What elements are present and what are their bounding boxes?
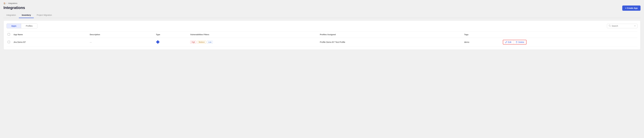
action-btn-group: Edit Delete [503, 40, 526, 44]
page-title: Integrations [4, 6, 25, 10]
table-header-row: App Name Description Type Vulnerabilitie… [6, 32, 638, 38]
breadcrumb: 🏠 > Integrations [4, 2, 640, 4]
toolbar: Apps Profiles × [6, 24, 638, 28]
app-name-cell: Jira Demo B7 [12, 38, 88, 47]
row-checkbox[interactable] [8, 41, 10, 43]
tabs-nav: Integration Inventory Project Migration [4, 12, 640, 18]
edit-button[interactable]: Edit [503, 40, 514, 44]
type-cell [155, 38, 189, 47]
tab-integration[interactable]: Integration [4, 12, 19, 18]
actions-cell: Edit Delete [502, 38, 638, 47]
select-all-checkbox[interactable] [8, 33, 10, 36]
badge-low: Low [207, 41, 213, 44]
delete-button[interactable]: Delete [514, 40, 526, 44]
apps-toggle-button[interactable]: Apps [7, 24, 21, 28]
vuln-filters-cell: High Medium Low [189, 38, 319, 47]
search-input[interactable] [612, 25, 634, 27]
table-container: App Name Description Type Vulnerabilitie… [6, 31, 638, 47]
tab-project-migration[interactable]: Project Migration [34, 12, 55, 18]
col-tags: Tags [463, 32, 502, 38]
col-actions [502, 32, 638, 38]
col-type: Type [155, 32, 189, 38]
tab-inventory[interactable]: Inventory [19, 12, 34, 18]
breadcrumb-current: Integrations [8, 2, 18, 4]
col-profiles-assigned: Profiles Assigned [319, 32, 463, 38]
row-actions: Edit Delete [503, 40, 636, 44]
profiles-assigned-cell: Profile Demo B7 Test Profile [319, 38, 463, 47]
col-app-name: App Name [12, 32, 88, 38]
home-icon[interactable]: 🏠 [4, 2, 6, 4]
col-vuln-filters: Vulnerabilities Filters [189, 32, 319, 38]
diamond-icon [156, 40, 160, 44]
view-toggle-group: Apps Profiles [6, 24, 38, 28]
create-app-button[interactable]: + Create App [622, 6, 640, 11]
delete-icon [516, 41, 518, 43]
breadcrumb-separator: > [6, 2, 8, 4]
description-cell: — [88, 38, 155, 47]
search-clear-button[interactable]: × [634, 25, 636, 27]
tags-cell: demo [463, 38, 502, 47]
edit-label: Edit [508, 41, 512, 43]
svg-line-1 [610, 26, 611, 27]
apps-table: App Name Description Type Vulnerabilitie… [6, 31, 638, 47]
content-area: Apps Profiles × [4, 20, 640, 50]
badge-medium: Medium [197, 41, 206, 44]
profiles-toggle-button[interactable]: Profiles [21, 24, 37, 28]
table-row: Jira Demo B7 — High Medium Low [6, 38, 638, 47]
delete-label: Delete [518, 41, 524, 43]
page-container: 🏠 > Integrations Integrations + Create A… [0, 0, 644, 138]
badge-high: High [190, 41, 196, 44]
col-description: Description [88, 32, 155, 38]
page-header: Integrations + Create App [4, 6, 640, 11]
search-icon [609, 25, 611, 27]
row-checkbox-cell [6, 38, 12, 47]
description-value: — [90, 41, 92, 43]
col-checkbox [6, 32, 12, 38]
edit-icon [505, 41, 507, 43]
vuln-badges-group: High Medium Low [190, 41, 318, 44]
search-box: × [607, 24, 638, 28]
